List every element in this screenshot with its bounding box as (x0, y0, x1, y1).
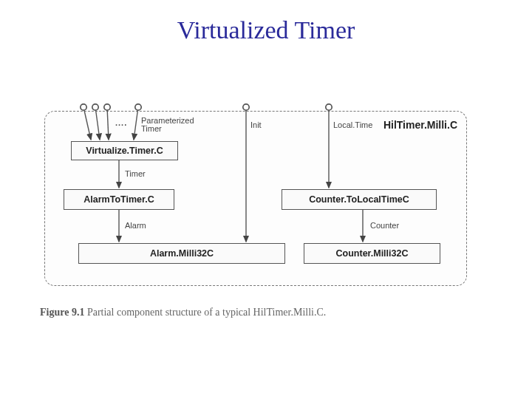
figure-caption-text: Partial component structure of a typical… (87, 307, 326, 318)
figure-area: HilTimer.Milli.C Virtualize.Timer.C Alar… (37, 111, 495, 318)
svg-line-1 (83, 107, 91, 140)
figure-number: Figure 9.1 (40, 307, 84, 318)
svg-line-2 (95, 107, 100, 140)
svg-line-4 (134, 107, 138, 140)
page-title: Virtualized Timer (0, 16, 532, 44)
diagram-container: HilTimer.Milli.C Virtualize.Timer.C Alar… (44, 111, 467, 286)
svg-line-3 (107, 107, 109, 140)
diagram-arrows (45, 112, 466, 285)
figure-caption: Figure 9.1 Partial component structure o… (40, 307, 495, 318)
slide: Virtualized Timer HilTimer.Milli.C Virtu… (0, 0, 532, 399)
